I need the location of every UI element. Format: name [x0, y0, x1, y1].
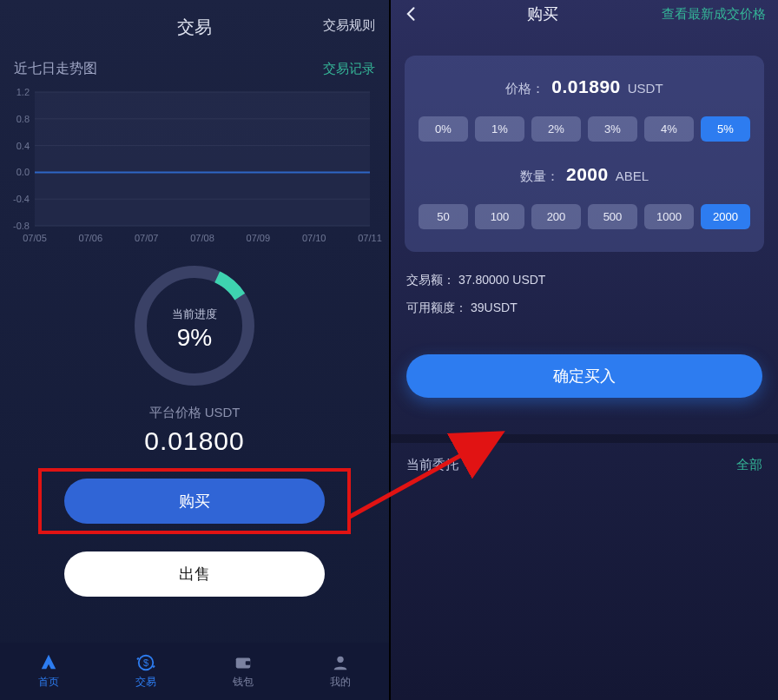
- progress-ring: 当前进度 9%: [0, 261, 389, 391]
- svg-text:0.0: 0.0: [16, 167, 30, 177]
- qty-chip-100[interactable]: 100: [475, 204, 524, 229]
- svg-rect-0: [35, 92, 370, 226]
- percent-chip-2pct[interactable]: 2%: [531, 116, 581, 142]
- svg-text:$: $: [143, 657, 148, 668]
- bottom-nav: 首页 $ 交易 钱包 我的: [0, 643, 389, 700]
- back-button[interactable]: [403, 3, 424, 24]
- platform-price-label: 平台价格 USDT: [0, 405, 389, 421]
- svg-text:07/09: 07/09: [247, 233, 271, 243]
- person-icon: [331, 653, 350, 672]
- svg-text:07/05: 07/05: [23, 233, 47, 243]
- percent-chip-3pct[interactable]: 3%: [588, 116, 637, 142]
- nav-home[interactable]: 首页: [0, 643, 97, 700]
- svg-text:07/06: 07/06: [79, 233, 103, 243]
- confirm-buy-button[interactable]: 确定买入: [406, 354, 762, 398]
- svg-text:07/10: 07/10: [302, 233, 326, 243]
- qty-chip-500[interactable]: 500: [588, 204, 637, 229]
- svg-rect-27: [246, 661, 251, 665]
- svg-text:07/07: 07/07: [135, 233, 159, 243]
- nav-me[interactable]: 我的: [292, 643, 389, 700]
- svg-text:07/08: 07/08: [190, 233, 214, 243]
- divider: [391, 434, 778, 443]
- trade-icon: $: [136, 653, 155, 672]
- platform-price-value: 0.01800: [0, 426, 389, 456]
- percent-chip-0pct[interactable]: 0%: [419, 116, 468, 142]
- trade-records-link[interactable]: 交易记录: [323, 61, 375, 77]
- nav-wallet-label: 钱包: [233, 675, 254, 690]
- nav-trade[interactable]: $ 交易: [97, 643, 194, 700]
- qty-value: 2000: [566, 164, 609, 185]
- percent-chip-5pct[interactable]: 5%: [701, 116, 750, 142]
- svg-text:-0.4: -0.4: [13, 194, 30, 204]
- all-orders-link[interactable]: 全部: [736, 457, 762, 473]
- nav-me-label: 我的: [330, 675, 351, 690]
- sell-button[interactable]: 出售: [64, 551, 325, 597]
- qty-chip-200[interactable]: 200: [531, 204, 581, 229]
- svg-point-28: [337, 657, 343, 663]
- current-orders-label: 当前委托: [406, 457, 458, 473]
- home-icon: [39, 653, 58, 672]
- price-value: 0.01890: [551, 76, 620, 97]
- trade-amount: 交易额：37.80000 USDT: [406, 273, 762, 288]
- percent-chip-1pct[interactable]: 1%: [475, 116, 524, 142]
- percent-chip-4pct[interactable]: 4%: [644, 116, 694, 142]
- nav-trade-label: 交易: [135, 675, 156, 690]
- available-balance: 可用额度：39USDT: [406, 300, 762, 316]
- qty-unit: ABEL: [616, 168, 649, 183]
- page-title: 购买: [527, 3, 558, 24]
- buy-button-highlight: 购买: [38, 468, 351, 534]
- wallet-icon: [234, 653, 253, 672]
- nav-home-label: 首页: [38, 675, 59, 690]
- price-unit: USDT: [628, 81, 663, 96]
- qty-chip-2000[interactable]: 2000: [701, 204, 750, 229]
- svg-text:-0.8: -0.8: [13, 221, 30, 231]
- buy-button[interactable]: 购买: [64, 479, 325, 524]
- svg-text:07/11: 07/11: [358, 233, 382, 243]
- order-card: 价格： 0.01890 USDT 0%1%2%3%4%5% 数量： 2000 A…: [405, 56, 764, 252]
- svg-text:1.2: 1.2: [16, 87, 30, 97]
- svg-text:0.4: 0.4: [16, 141, 30, 151]
- page-title: 交易: [177, 16, 212, 39]
- trade-rules-link[interactable]: 交易规则: [323, 17, 375, 34]
- svg-text:当前进度: 当前进度: [172, 307, 217, 320]
- price-label: 价格：: [505, 81, 544, 97]
- svg-text:9%: 9%: [177, 324, 212, 351]
- qty-chip-50[interactable]: 50: [419, 204, 468, 229]
- nav-wallet[interactable]: 钱包: [194, 643, 292, 700]
- trend-chart: -0.8-0.40.00.40.81.207/0507/0607/0707/08…: [0, 87, 389, 245]
- trend-label: 近七日走势图: [14, 60, 97, 78]
- qty-chip-1000[interactable]: 1000: [644, 204, 694, 229]
- view-latest-price-link[interactable]: 查看最新成交价格: [662, 6, 766, 23]
- svg-text:0.8: 0.8: [16, 114, 30, 124]
- qty-label: 数量：: [520, 168, 559, 185]
